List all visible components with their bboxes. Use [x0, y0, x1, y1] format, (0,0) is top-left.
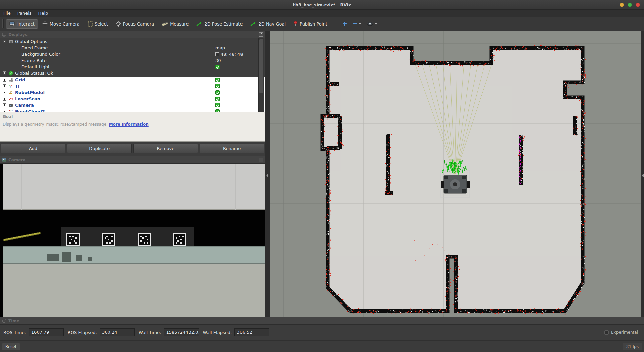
minimize-button[interactable] — [620, 3, 624, 7]
float-panel-button[interactable] — [259, 32, 263, 37]
status-bar: Reset Left-Click: Rotate. Middle-Click: … — [0, 341, 644, 352]
camera-icon — [9, 103, 13, 107]
tree-row-fixed-frame[interactable]: Fixed Frame map — [0, 45, 265, 51]
time-panel-header[interactable]: Time — [0, 317, 644, 325]
display-row-tf[interactable]: TF — [0, 83, 265, 89]
display-enabled-checkbox[interactable] — [215, 103, 220, 107]
focus-camera-icon — [116, 21, 121, 27]
remove-button[interactable]: Remove — [133, 144, 198, 153]
display-enabled-checkbox[interactable] — [215, 97, 220, 101]
window-title: tb3_hsc_sim.rviz* - RViz — [0, 0, 644, 10]
expand-icon[interactable] — [3, 78, 6, 82]
more-information-link[interactable]: More Information — [109, 122, 149, 127]
time-panel: Time ROS Time: 1607.79 ROS Elapsed: 360.… — [0, 317, 644, 340]
global-options-icon — [9, 39, 13, 44]
description-text: Displays a geometry_msgs::PoseStamped me… — [3, 122, 262, 127]
display-enabled-checkbox[interactable] — [215, 78, 220, 82]
display-row-laserscan[interactable]: LaserScan — [0, 96, 265, 102]
expand-icon[interactable] — [3, 71, 6, 75]
default-light-checkbox[interactable] — [215, 65, 220, 69]
measure-icon — [162, 21, 168, 27]
remove-tool-button[interactable] — [351, 20, 363, 28]
publish-point-icon — [293, 21, 298, 27]
robot-model-icon — [9, 90, 13, 95]
plus-icon — [342, 21, 347, 27]
add-tool-button[interactable] — [340, 20, 350, 28]
ar-marker — [102, 233, 115, 246]
add-button[interactable]: Add — [1, 144, 65, 153]
duplicate-button[interactable]: Duplicate — [67, 144, 132, 153]
ros-time-value: 1607.79 — [29, 328, 64, 336]
background-color-value[interactable]: 48; 48; 48 — [215, 52, 243, 57]
tool-move-camera[interactable]: Move Camera — [39, 19, 83, 29]
panel-splitter-left[interactable] — [265, 31, 270, 317]
menu-help[interactable]: Help — [35, 10, 52, 17]
expand-icon[interactable] — [3, 84, 6, 88]
tool-visibility-button[interactable] — [365, 20, 379, 28]
menu-panels[interactable]: Panels — [14, 10, 35, 17]
tree-scrollbar[interactable] — [258, 38, 264, 112]
tree-row-global-options[interactable]: Global Options — [0, 38, 265, 45]
camera-panel-icon — [2, 158, 6, 162]
close-button[interactable] — [636, 3, 640, 7]
collapse-left-icon[interactable] — [266, 174, 268, 177]
expand-icon[interactable] — [3, 91, 6, 94]
collapse-right-icon[interactable] — [642, 174, 644, 177]
tool-2d-pose-estimate[interactable]: 2D Pose Estimate — [193, 19, 246, 29]
display-row-robotmodel[interactable]: RobotModel — [0, 89, 265, 96]
title-bar[interactable]: tb3_hsc_sim.rviz* - RViz — [0, 0, 644, 10]
display-enabled-checkbox[interactable] — [215, 109, 220, 112]
experimental-label: Experimental — [611, 330, 638, 335]
tool-interact[interactable]: Interact — [6, 19, 38, 29]
wall-elapsed-label: Wall Elapsed: — [203, 330, 232, 335]
tree-row-background-color[interactable]: Background Color 48; 48; 48 — [0, 51, 265, 57]
display-row-grid[interactable]: Grid — [0, 77, 265, 83]
panel-splitter-right[interactable] — [641, 31, 644, 317]
collapse-expander-icon[interactable] — [3, 40, 6, 43]
tree-row-frame-rate[interactable]: Frame Rate 30 — [0, 57, 265, 64]
float-panel-button[interactable] — [259, 158, 263, 162]
mouse-help-text: Left-Click: Rotate. Middle-Click: Move X… — [20, 341, 236, 352]
ros-elapsed-value: 360.24 — [100, 328, 135, 336]
expand-icon[interactable] — [3, 97, 6, 101]
tool-focus-camera[interactable]: Focus Camera — [112, 19, 157, 29]
tool-publish-point[interactable]: Publish Point — [290, 19, 331, 29]
displays-panel-header[interactable]: Displays — [0, 31, 265, 38]
tree-row-global-status[interactable]: Global Status: Ok — [0, 70, 265, 77]
camera-wall-region — [3, 164, 265, 210]
expand-icon[interactable] — [3, 110, 6, 112]
toolbar-drag-handle[interactable] — [2, 19, 4, 28]
window-controls — [620, 3, 640, 7]
maximize-button[interactable] — [628, 3, 632, 7]
tree-row-default-light[interactable]: Default Light — [0, 64, 265, 70]
robot-arm — [3, 232, 41, 241]
experimental-option: Experimental — [604, 330, 638, 335]
fixed-frame-value[interactable]: map — [215, 45, 225, 50]
reset-button[interactable]: Reset — [2, 343, 20, 350]
display-row-pointcloud2[interactable]: PointCloud2 — [0, 108, 265, 112]
menu-file[interactable]: File — [0, 10, 14, 17]
scrollbar-thumb[interactable] — [259, 39, 263, 93]
pose-estimate-arrow-icon — [196, 21, 202, 26]
display-row-camera[interactable]: Camera — [0, 102, 265, 108]
expand-icon[interactable] — [3, 103, 6, 107]
nav-goal-arrow-icon — [250, 21, 256, 26]
display-enabled-checkbox[interactable] — [215, 84, 220, 88]
minus-icon — [353, 21, 357, 27]
camera-panel-header[interactable]: Camera — [0, 156, 265, 164]
3d-viewport[interactable] — [270, 31, 641, 317]
camera-floor-far — [3, 246, 265, 263]
description-title: Goal — [3, 114, 262, 119]
rename-button[interactable]: Rename — [200, 144, 264, 153]
ar-marker — [173, 233, 186, 246]
tool-select[interactable]: Select — [84, 19, 111, 29]
experimental-checkbox[interactable] — [604, 330, 609, 335]
tool-measure[interactable]: Measure — [158, 19, 192, 29]
displays-tree: Global Options Fixed Frame map Backgroun… — [0, 38, 265, 112]
wall-time-label: Wall Time: — [139, 330, 161, 335]
panel-title: Camera — [8, 158, 26, 162]
display-enabled-checkbox[interactable] — [215, 90, 220, 95]
frame-rate-value[interactable]: 30 — [215, 58, 221, 63]
grid-icon — [9, 78, 13, 82]
tool-2d-nav-goal[interactable]: 2D Nav Goal — [247, 19, 289, 29]
